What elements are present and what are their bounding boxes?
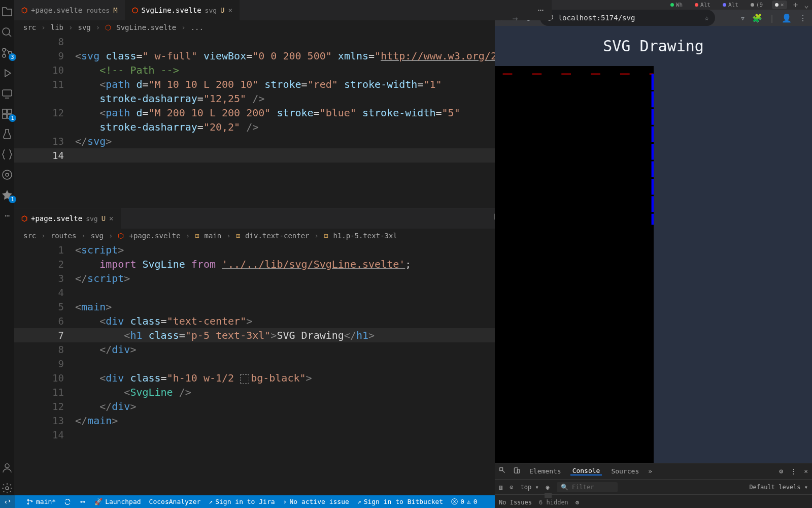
svg-point-2 xyxy=(3,54,6,57)
editor-tabs-top: ⬡ +page.svelte routes M ⬡ SvgLine.svelte… xyxy=(14,0,552,20)
scrollbar[interactable] xyxy=(545,493,552,498)
levels-dropdown[interactable]: Default levels ▾ xyxy=(749,484,808,491)
page-content: SVG Drawing xyxy=(495,26,812,463)
console-tab[interactable]: Console xyxy=(570,467,602,475)
settings-icon[interactable] xyxy=(0,481,14,495)
sources-tab[interactable]: Sources xyxy=(609,467,641,475)
sync-button[interactable] xyxy=(64,498,71,505)
code-area-top[interactable]: 8 9<svg class=" w-full" viewBox="0 0 200… xyxy=(14,35,552,163)
svg-point-18 xyxy=(81,501,82,502)
breadcrumbs-top[interactable]: src› lib› svg› ⬡SvgLine.svelte› ... xyxy=(14,20,552,35)
jira-button[interactable]: ↗ Sign in to Jira xyxy=(209,498,275,505)
svg-point-9 xyxy=(3,170,12,179)
svelte-icon: ⬡ xyxy=(21,6,27,14)
scm-icon[interactable]: 3 xyxy=(0,46,14,60)
tab-svgline-svelte[interactable]: ⬡ SvgLine.svelte svg U × xyxy=(125,0,240,20)
tab-page-svelte-bottom[interactable]: ⬡ +page.svelte svg U × xyxy=(14,208,121,229)
filter-input[interactable]: 🔍 Filter xyxy=(557,482,618,492)
debug-icon[interactable] xyxy=(0,66,14,80)
svg-rect-4 xyxy=(3,90,12,96)
account-icon[interactable] xyxy=(0,461,14,475)
explorer-icon[interactable] xyxy=(0,5,14,19)
menu-icon[interactable]: ⋮ xyxy=(799,13,807,23)
profile-icon[interactable]: 👤 xyxy=(782,13,792,23)
svelte-icon: ⬡ xyxy=(21,214,27,223)
new-tab-button[interactable]: + xyxy=(793,0,798,10)
svg-point-1 xyxy=(3,48,6,51)
bookmark-icon[interactable]: ☆ xyxy=(705,14,709,22)
activity-bar: 3 1 1 ⋯ xyxy=(0,0,14,495)
issue-button[interactable]: › No active issue xyxy=(283,498,349,505)
remote-icon[interactable] xyxy=(0,86,14,101)
svelte-icon: ⬡ xyxy=(132,6,138,14)
address-bar[interactable]: ⓘ localhost:5174/svg ☆ xyxy=(540,10,715,26)
editor-top: ⬡ +page.svelte routes M ⬡ SvgLine.svelte… xyxy=(14,0,552,208)
svg-point-10 xyxy=(6,173,9,176)
page-title: SVG Drawing xyxy=(495,26,812,66)
svg-output xyxy=(495,66,654,463)
svg-point-11 xyxy=(5,464,9,468)
status-bar: main* 🚀 Launchpad CocosAnalyzer ↗ Sign i… xyxy=(0,495,495,508)
svg-point-19 xyxy=(84,501,85,502)
branch-button[interactable]: main* xyxy=(26,498,56,505)
browser-tab[interactable]: Alt xyxy=(692,1,714,9)
menu-icon[interactable]: ⋮ xyxy=(790,467,797,475)
test-icon[interactable] xyxy=(0,127,14,141)
settings-icon[interactable]: ⚙ xyxy=(779,467,783,475)
editor-more-icon[interactable]: ⋯ xyxy=(530,4,552,16)
problems-button[interactable]: ⓧ 0 ⚠ 0 xyxy=(451,497,477,506)
svg-point-15 xyxy=(27,499,28,500)
browser-tab[interactable]: Alt xyxy=(720,1,741,9)
breadcrumbs-bottom[interactable]: src› routes› svg› ⬡+page.svelte› ⊞main› … xyxy=(14,229,552,243)
tabs-dropdown-icon[interactable]: ⌄ xyxy=(804,0,809,10)
code-area-bottom[interactable]: 1<script> 2 import SvgLine from '../../l… xyxy=(14,243,552,442)
svg-point-12 xyxy=(6,487,9,490)
close-icon[interactable]: × xyxy=(109,214,113,223)
remote-button[interactable] xyxy=(0,495,15,508)
browser-tab[interactable]: (9 xyxy=(748,1,766,9)
close-icon[interactable]: × xyxy=(228,6,232,14)
editor-tabs-bottom: ⬡ +page.svelte svg U × ⋯ xyxy=(14,208,552,229)
project-icon[interactable]: 1 xyxy=(0,188,14,202)
browser-tab[interactable]: Wh xyxy=(667,1,686,9)
browser-window: Wh Alt Alt (9 × + ⌄ ← → ⟳ ⓘ localhost:51… xyxy=(495,0,812,508)
svg-rect-6 xyxy=(8,109,12,113)
more-tabs-icon[interactable]: » xyxy=(648,467,652,475)
svg-rect-7 xyxy=(3,114,7,118)
cocos-button[interactable]: CocosAnalyzer xyxy=(149,498,201,505)
no-issues-label: No Issues xyxy=(499,499,532,506)
forward-button[interactable]: → xyxy=(513,13,518,23)
close-icon[interactable]: × xyxy=(781,2,784,8)
svg-point-16 xyxy=(27,503,28,504)
svg-point-0 xyxy=(3,28,10,35)
send-icon[interactable]: ▿ xyxy=(740,13,746,23)
gear-icon[interactable]: ⚙ xyxy=(576,499,579,506)
gitlens-icon[interactable] xyxy=(0,168,14,182)
browser-tab-active[interactable]: × xyxy=(772,1,787,9)
bitbucket-button[interactable]: ↗ Sign in to Bitbucket xyxy=(357,498,443,505)
more-icon[interactable]: ⋯ xyxy=(0,208,14,223)
svg-rect-5 xyxy=(3,109,7,113)
extensions-icon[interactable]: 🧩 xyxy=(752,13,762,23)
editor-bottom: ⬡ +page.svelte svg U × ⋯ src› xyxy=(14,208,552,495)
vscode-window: 3 1 1 ⋯ ⬡ +page.svelte routes xyxy=(0,0,495,508)
divider: | xyxy=(769,13,774,23)
json-icon[interactable] xyxy=(0,147,14,162)
launchpad-button[interactable]: 🚀 Launchpad xyxy=(94,498,141,505)
close-icon[interactable]: × xyxy=(804,467,808,475)
search-icon[interactable] xyxy=(0,25,14,40)
gitlens-button[interactable] xyxy=(79,498,86,505)
extensions-icon[interactable]: 1 xyxy=(0,107,14,121)
tab-page-svelte[interactable]: ⬡ +page.svelte routes M xyxy=(14,0,125,20)
hidden-label[interactable]: 6 hidden xyxy=(539,499,568,506)
